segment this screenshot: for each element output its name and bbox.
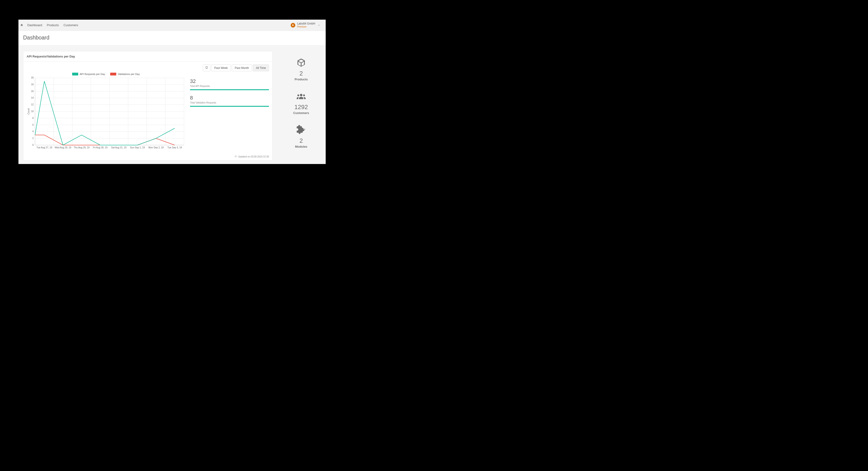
- sidebar-stats: 2 Products 1292 Customers 2 Modules: [277, 51, 326, 160]
- page-title: Dashboard: [23, 35, 321, 41]
- svg-text:14: 14: [31, 96, 34, 99]
- past-week-button[interactable]: Past Week: [211, 64, 231, 71]
- stat-total-val-label: Total Validation Requests: [190, 101, 269, 104]
- past-month-button[interactable]: Past Month: [232, 64, 252, 71]
- stat-total-api-value: 32: [190, 78, 269, 84]
- svg-text:6: 6: [32, 124, 34, 126]
- line-chart: 02468101214161820Tue Aug 27, 19Wed Aug 2…: [27, 77, 185, 151]
- content-area: API Requests/Validations per Day Past We…: [19, 45, 326, 160]
- svg-text:Tue Sep 3, 19: Tue Sep 3, 19: [167, 146, 182, 149]
- chevron-down-icon: ▾: [318, 24, 320, 26]
- svg-text:Thu Aug 29, 19: Thu Aug 29, 19: [73, 146, 89, 149]
- brand-logo-icon: [291, 23, 295, 28]
- stat-total-api-bar: [190, 89, 269, 90]
- svg-text:4: 4: [32, 130, 34, 133]
- panel-header: API Requests/Validations per Day: [23, 51, 272, 62]
- svg-text:20: 20: [31, 77, 34, 79]
- side-stat-customers[interactable]: 1292 Customers: [293, 91, 309, 115]
- stat-total-val-value: 8: [190, 95, 269, 101]
- svg-text:8: 8: [32, 117, 34, 119]
- stat-total-val-bar: [190, 106, 269, 107]
- legend-item-api[interactable]: API Requests per Day: [72, 73, 105, 76]
- legend-label-val: Validations per Day: [118, 73, 140, 76]
- refresh-button[interactable]: [203, 64, 210, 71]
- svg-text:12: 12: [31, 103, 34, 106]
- api-requests-panel: API Requests/Validations per Day Past We…: [23, 51, 273, 160]
- users-icon: [293, 91, 309, 102]
- svg-text:Wed Aug 28, 19: Wed Aug 28, 19: [55, 146, 71, 149]
- cube-icon: [294, 58, 308, 68]
- svg-text:0: 0: [32, 144, 34, 146]
- chart-legend: API Requests per Day Validations per Day: [27, 73, 185, 76]
- side-stat-customers-label: Customers: [293, 111, 309, 115]
- side-stat-modules-value: 2: [295, 137, 307, 144]
- side-stat-products[interactable]: 2 Products: [294, 58, 308, 81]
- account-name: Labs64 GmbH: [297, 22, 315, 25]
- svg-text:Fri Aug 30, 19: Fri Aug 30, 19: [93, 146, 107, 149]
- side-stat-modules[interactable]: 2 Modules: [295, 125, 307, 148]
- stat-total-api: 32 Total API Requests: [190, 78, 269, 90]
- home-icon[interactable]: [20, 24, 23, 27]
- side-stat-products-label: Products: [294, 78, 308, 81]
- svg-text:Mon Sep 2, 19: Mon Sep 2, 19: [149, 146, 164, 149]
- svg-text:Count: Count: [27, 108, 30, 115]
- nav-link-customers[interactable]: Customers: [61, 23, 81, 27]
- legend-label-api: API Requests per Day: [80, 73, 105, 76]
- top-nav: Dashboard Products Customers Labs64 GmbH…: [19, 20, 326, 31]
- stat-total-api-label: Total API Requests: [190, 85, 269, 87]
- svg-text:18: 18: [31, 83, 34, 86]
- page-title-bar: Dashboard: [19, 31, 326, 45]
- legend-swatch-val: [110, 73, 116, 76]
- svg-text:16: 16: [31, 90, 34, 92]
- svg-text:Sat Aug 31, 19: Sat Aug 31, 19: [111, 146, 127, 149]
- stats-area: 32 Total API Requests 8 Total Validation…: [190, 73, 269, 152]
- side-stat-customers-value: 1292: [293, 104, 309, 111]
- account-menu[interactable]: Labs64 GmbH Premium ▾: [291, 22, 324, 28]
- puzzle-icon: [295, 125, 307, 136]
- nav-link-dashboard[interactable]: Dashboard: [25, 23, 44, 27]
- time-range-toolbar: Past Week Past Month All Time: [27, 64, 269, 71]
- nav-link-products[interactable]: Products: [44, 23, 61, 27]
- svg-text:2: 2: [32, 137, 34, 140]
- side-stat-products-value: 2: [294, 70, 308, 77]
- legend-swatch-api: [72, 73, 78, 76]
- clock-icon: [235, 156, 238, 158]
- svg-text:Tue Aug 27, 19: Tue Aug 27, 19: [36, 146, 52, 149]
- legend-item-val[interactable]: Validations per Day: [110, 73, 140, 76]
- updated-timestamp: Updated on 03.09.2019 22:30: [23, 154, 272, 160]
- app-frame: Dashboard Products Customers Labs64 GmbH…: [19, 20, 326, 164]
- all-time-button[interactable]: All Time: [253, 64, 269, 71]
- stat-total-val: 8 Total Validation Requests: [190, 95, 269, 107]
- chart-area: API Requests per Day Validations per Day…: [27, 73, 185, 152]
- svg-text:10: 10: [31, 110, 34, 113]
- account-tier: Premium: [297, 26, 315, 28]
- side-stat-modules-label: Modules: [295, 145, 307, 148]
- svg-text:Sun Sep 1, 19: Sun Sep 1, 19: [130, 146, 145, 149]
